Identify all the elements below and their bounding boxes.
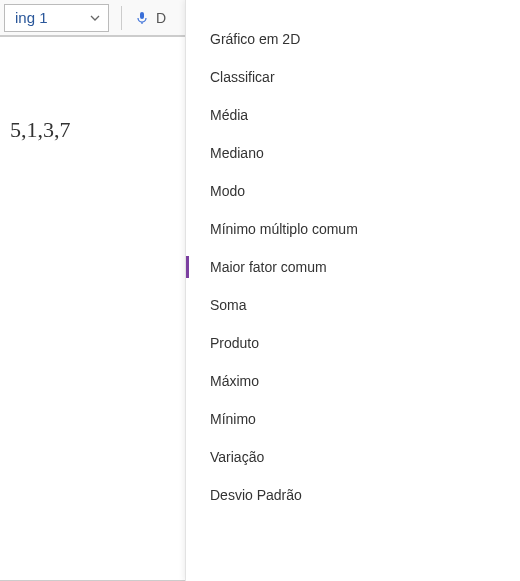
dictate-label: D [156, 10, 166, 26]
style-dropdown-label: ing 1 [15, 9, 88, 26]
menu-item-label: Modo [210, 183, 245, 199]
document-page[interactable]: 5,1,3,7 [0, 36, 195, 581]
dictate-button[interactable]: D [128, 4, 172, 32]
menu-item-label: Produto [210, 335, 259, 351]
math-actions-menu: Gráfico em 2D Classificar Média Mediano … [185, 0, 520, 581]
menu-item-soma[interactable]: Soma [186, 286, 520, 324]
style-dropdown[interactable]: ing 1 [4, 4, 109, 32]
menu-item-classificar[interactable]: Classificar [186, 58, 520, 96]
menu-item-produto[interactable]: Produto [186, 324, 520, 362]
menu-item-grafico-2d[interactable]: Gráfico em 2D [186, 20, 520, 58]
menu-item-mdc[interactable]: Maior fator comum [186, 248, 520, 286]
svg-rect-0 [140, 12, 144, 19]
menu-item-maximo[interactable]: Máximo [186, 362, 520, 400]
menu-item-mediano[interactable]: Mediano [186, 134, 520, 172]
menu-item-mmc[interactable]: Mínimo múltiplo comum [186, 210, 520, 248]
document-content[interactable]: 5,1,3,7 [10, 117, 189, 143]
menu-item-label: Mediano [210, 145, 264, 161]
menu-item-label: Maior fator comum [210, 259, 327, 275]
microphone-icon [134, 10, 150, 26]
menu-item-modo[interactable]: Modo [186, 172, 520, 210]
menu-item-minimo[interactable]: Mínimo [186, 400, 520, 438]
menu-item-label: Soma [210, 297, 247, 313]
chevron-down-icon [88, 11, 102, 25]
toolbar-separator [121, 6, 122, 30]
menu-item-label: Desvio Padrão [210, 487, 302, 503]
menu-item-label: Variação [210, 449, 264, 465]
menu-item-label: Mínimo múltiplo comum [210, 221, 358, 237]
menu-item-media[interactable]: Média [186, 96, 520, 134]
menu-item-label: Máximo [210, 373, 259, 389]
menu-item-variacao[interactable]: Variação [186, 438, 520, 476]
menu-item-desvio-padrao[interactable]: Desvio Padrão [186, 476, 520, 514]
menu-item-label: Gráfico em 2D [210, 31, 300, 47]
menu-item-label: Classificar [210, 69, 275, 85]
menu-item-label: Mínimo [210, 411, 256, 427]
menu-item-label: Média [210, 107, 248, 123]
